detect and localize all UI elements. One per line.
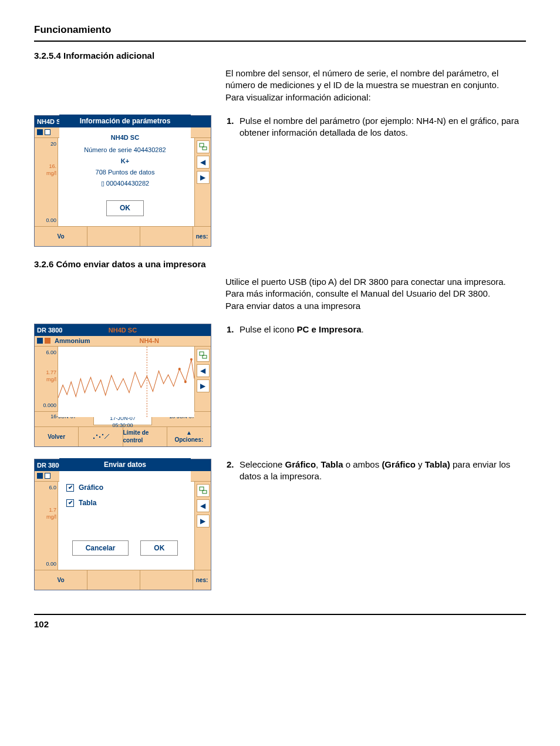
svg-point-11 [102, 434, 103, 435]
cancel-button[interactable]: Cancelar [72, 540, 129, 556]
step-3-text: Seleccione Gráfico, Tabla o ambos (Gráfi… [239, 459, 526, 483]
page-number: 102 [34, 614, 526, 630]
footer-opt-trunc[interactable]: nes: [193, 227, 211, 246]
intro-text-1: El nombre del sensor, el número de serie… [225, 68, 526, 103]
next-icon[interactable]: ▶ [197, 515, 210, 527]
svg-rect-6 [200, 352, 204, 355]
y-top: 6.0 [35, 482, 58, 493]
color-swatch-blue [37, 338, 43, 344]
device-screenshot-2: DR 3800 NH4D SC Ammonium NH4-N 6.00 1.77… [34, 324, 211, 447]
device-screenshot-1: NH4D SC 20 16. mg/l 0.00 [34, 115, 211, 247]
section-heading-3254: 3.2.5.4 Información adicional [34, 50, 526, 62]
checkbox-icon: ✔ [66, 499, 74, 507]
footer-opt-trunc[interactable]: nes: [193, 570, 211, 590]
modal-points: 708 Puntos de datos [63, 168, 187, 177]
ok-button[interactable]: OK [140, 540, 178, 556]
svg-rect-7 [203, 355, 207, 358]
svg-point-9 [96, 435, 97, 436]
intro-text-2: Utilice el puerto USB (tipo A) del DR 38… [225, 276, 526, 312]
color-swatch-blue [37, 129, 43, 135]
next-icon[interactable]: ▶ [197, 379, 210, 392]
step-number: 1. [227, 115, 239, 139]
barcode-icon: ▯ [101, 180, 104, 187]
y-unit: mg/l [46, 377, 56, 382]
svg-point-10 [99, 436, 100, 438]
checkbox-icon: ✔ [66, 484, 74, 492]
y-bot: 0.000 [35, 399, 58, 411]
next-icon[interactable]: ▶ [197, 171, 210, 184]
back-button[interactable]: Volver [35, 427, 79, 446]
step-2-text: Pulse el icono PC e Impresora. [239, 324, 526, 335]
intro-2a: Utilice el puerto USB (tipo A) del DR 38… [225, 276, 526, 300]
prev-icon[interactable]: ◀ [197, 156, 210, 169]
color-swatch-orange [45, 338, 50, 344]
svg-rect-0 [200, 143, 204, 147]
color-swatch-white [45, 473, 50, 479]
y-mid: 1.77 [46, 369, 56, 375]
y-top: 6.00 [35, 347, 58, 358]
ok-button[interactable]: OK [106, 200, 144, 216]
dev2-top-center: NH4D SC [35, 326, 211, 335]
y-bot: 0.00 [35, 558, 58, 570]
footer-blank2[interactable] [140, 570, 193, 590]
y-mid: 16. [49, 163, 56, 169]
dev3-top-left: DR 3800 [37, 461, 62, 470]
checkbox-label: Gráfico [79, 483, 103, 492]
intro-1a: El nombre del sensor, el número de serie… [225, 68, 526, 92]
svg-point-2 [190, 358, 193, 361]
modal-title: Enviar datos [59, 458, 191, 471]
step-1-text: Pulse el nombre del parámetro (por ejemp… [239, 115, 526, 139]
y-bot: 0.00 [35, 214, 58, 226]
footer-blank1[interactable] [87, 227, 140, 246]
chart-area [58, 347, 194, 417]
modal-sensor-name: NH4D SC [63, 133, 187, 142]
section-heading-326: 3.2.6 Cómo enviar datos a una impresora [34, 258, 526, 270]
y-top: 20 [35, 138, 58, 150]
svg-point-3 [184, 381, 187, 383]
prev-icon[interactable]: ◀ [197, 364, 210, 377]
modal-title: Información de parámetros [59, 115, 191, 127]
device-screenshot-3: DR 3800 6.0 1.7 mg/l 0.00 [34, 459, 211, 590]
step-number: 2. [227, 459, 239, 483]
svg-point-8 [93, 438, 95, 439]
modal-id: ▯ 000404430282 [63, 179, 187, 188]
scatter-button[interactable] [79, 427, 123, 446]
footer-blank1[interactable] [87, 570, 140, 590]
footer-back-trunc[interactable]: Vo [35, 570, 87, 590]
step-number: 1. [227, 324, 239, 335]
y-mid: 1.7 [49, 507, 56, 513]
y-unit: mg/l [46, 170, 56, 176]
svg-point-4 [178, 368, 181, 370]
modal-serial: Número de serie 404430282 [63, 146, 187, 154]
page-title: Funcionamiento [34, 23, 526, 42]
pc-printer-icon[interactable] [197, 484, 210, 497]
intro-2b: Para enviar datos a una impresora [225, 300, 526, 312]
svg-line-12 [104, 434, 109, 439]
color-swatch-blue [37, 473, 43, 479]
limit-button[interactable]: Límite de control [123, 427, 167, 446]
svg-rect-1 [203, 147, 207, 150]
param-info-modal: Información de parámetros NH4D SC Número… [59, 115, 191, 221]
checkbox-label: Tabla [79, 498, 96, 508]
pc-printer-icon[interactable] [197, 349, 210, 362]
dev2-sub-left: Ammonium [55, 337, 90, 345]
checkbox-tabla[interactable]: ✔ Tabla [66, 498, 184, 508]
footer-blank2[interactable] [140, 227, 193, 246]
intro-1b: Para visualizar información adicional: [225, 92, 526, 103]
checkbox-grafico[interactable]: ✔ Gráfico [66, 483, 184, 492]
color-swatch-white [45, 129, 50, 135]
dev2-sub-center: NH4-N [90, 337, 209, 345]
pc-printer-icon[interactable] [197, 140, 210, 153]
prev-icon[interactable]: ◀ [197, 499, 210, 512]
svg-rect-14 [203, 490, 207, 493]
svg-rect-13 [200, 487, 204, 490]
modal-k: K+ [63, 157, 187, 166]
y-unit: mg/l [46, 514, 56, 520]
footer-back-trunc[interactable]: Vo [35, 227, 87, 246]
options-button[interactable]: ▲ Opciones: [167, 427, 211, 446]
send-data-modal: Enviar datos ✔ Gráfico ✔ Tabla Cancelar … [59, 458, 191, 560]
